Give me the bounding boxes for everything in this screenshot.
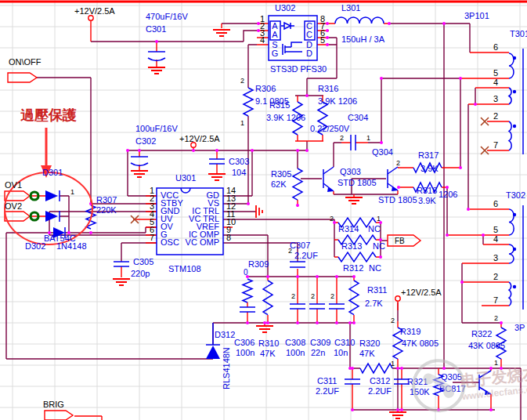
r318-value: 3.9K — [418, 196, 436, 205]
u301-pin-name: OSC — [161, 237, 179, 247]
c302-value: 100uF/16V — [135, 124, 178, 133]
pin-digit: 2 — [340, 134, 344, 142]
r318-suffix: 1206 — [439, 190, 457, 199]
d312-diode-icon — [206, 346, 220, 359]
r312-value: NC — [369, 263, 381, 273]
q303-part: STD 1805 — [337, 178, 377, 187]
r309-value: 0 — [244, 268, 248, 277]
pin-digit: 2 — [291, 292, 295, 300]
u301-pin-name: VC OMP — [186, 237, 219, 247]
c310-ref: C310 — [334, 338, 355, 347]
ground-rotated-icon — [256, 205, 262, 218]
u301-pin-num: 8 — [226, 233, 231, 242]
r313-value: NC — [373, 241, 385, 251]
c308-ref: C308 — [285, 338, 305, 347]
t302-pin: 5 — [493, 225, 498, 234]
u302-pin-num: 5 — [320, 35, 325, 45]
pin-digit: 2 — [288, 247, 292, 255]
r311-ref: R311 — [367, 285, 387, 295]
r310-value: 47K — [260, 349, 276, 358]
onoff-label: ON\OFF — [9, 57, 42, 67]
p3102-label: 3P — [514, 323, 525, 332]
p3101-label: 3P101 — [464, 11, 489, 20]
u302-cell: A — [272, 30, 278, 39]
c301-value: 470uF/16V — [146, 12, 188, 21]
t302-pin: 7 — [493, 295, 498, 305]
c309-ref: C309 — [310, 338, 330, 347]
fb-label: FB — [395, 237, 405, 245]
d302-part: 1N4148 — [56, 241, 87, 251]
c303-value: 104 — [232, 168, 246, 177]
c304-value: 0.22/250V — [310, 124, 350, 133]
r317-ref: R317 — [418, 150, 439, 160]
u302-part: STS3D PFS30 — [270, 64, 327, 74]
r315-value: 3.9K 1206 — [266, 113, 305, 122]
t302-pin: 2 — [493, 272, 498, 281]
q303-ref: Q303 — [340, 167, 361, 176]
pin-digit: 1 — [494, 359, 498, 367]
brig-port-icon — [45, 411, 73, 420]
u301-ref: U301 — [175, 173, 196, 183]
brig-label: BRIG — [43, 400, 64, 409]
r307-value: 220K — [96, 205, 117, 215]
r318-ref: R318 — [417, 186, 437, 195]
c303-ref: C303 — [229, 157, 249, 166]
t302-pin: 6 — [493, 199, 498, 208]
rail-label-1: +12V/2.5A — [74, 6, 115, 16]
pin-digit: 1 — [70, 188, 74, 196]
watermark: 电子发烧友 www.elecfans.com — [411, 349, 527, 413]
r322-ref: R322 — [471, 329, 492, 339]
pin-digit: 2 — [494, 314, 498, 322]
c306-value: 100n — [236, 348, 254, 357]
pin-digit: 1 — [377, 215, 381, 223]
pin-digit: 2 — [330, 292, 334, 300]
t301-pin: 3 — [493, 94, 498, 103]
ov2-port-icon — [5, 212, 30, 221]
t301-pin: 7 — [493, 140, 498, 150]
pin-digit: 2 — [396, 159, 400, 167]
c305-value: 220p — [131, 269, 150, 278]
u302-diode-icon — [284, 23, 291, 29]
t302-transformer-icon — [509, 205, 523, 310]
c304-ref: C304 — [348, 113, 368, 122]
pin-digit: 2 — [330, 215, 334, 223]
l301-ref: L301 — [341, 3, 360, 13]
ov1-label: OV1 — [5, 180, 22, 190]
rail-label-3: +12V/2.5A — [401, 288, 442, 297]
c311-value: 2.2UF — [316, 386, 339, 396]
t301-pin: 2 — [493, 111, 498, 121]
c308-value: 100n — [286, 348, 305, 357]
q304-ref: Q304 — [372, 147, 393, 157]
pin-digit: 1 — [391, 360, 395, 368]
u301-pin-num: 7 — [150, 233, 154, 242]
c306-ref: C306 — [234, 338, 254, 347]
pin-digit: 1 — [240, 119, 244, 127]
schematic-canvas: +12V/2.5A +12V/2.5A +12V/2.5A ON\OFF OV1… — [0, 0, 527, 420]
u302-cell: D — [306, 49, 312, 58]
l301-inductor-icon — [335, 17, 384, 24]
r307-ref: R307 — [96, 195, 117, 205]
c305-ref: C305 — [133, 257, 153, 266]
c307-value: 2.2UF — [294, 251, 318, 260]
r315-ref: R315 — [269, 100, 290, 110]
u302-cell: C — [306, 30, 312, 39]
r320-value: 47K — [359, 349, 375, 358]
c312-value: 2.2UF — [368, 386, 392, 396]
pin-digit: 1 — [366, 134, 370, 142]
overvoltage-label: 過壓保護 — [20, 107, 77, 123]
c301-ref: C301 — [146, 24, 166, 34]
u302-cell: G — [272, 49, 279, 58]
pin-digit: 2 — [311, 292, 315, 300]
u302-ref: U302 — [275, 3, 295, 13]
t301-pin: 5 — [493, 68, 498, 78]
r309-ref: R309 — [248, 259, 269, 269]
r313-ref: R313 — [341, 241, 362, 251]
r316-ref: R316 — [318, 84, 338, 93]
r306-ref: R306 — [255, 84, 276, 93]
transformer-pin-labels: 6 5 4 3 2 7 6 5 4 3 2 7 — [493, 42, 498, 305]
r305-value: 62K — [271, 179, 287, 189]
pin-digit: 2 — [240, 77, 244, 85]
u301-part: STM108 — [168, 264, 201, 273]
l301-value: 150uH / 3A — [341, 34, 385, 44]
r310-ref: R310 — [258, 339, 279, 348]
